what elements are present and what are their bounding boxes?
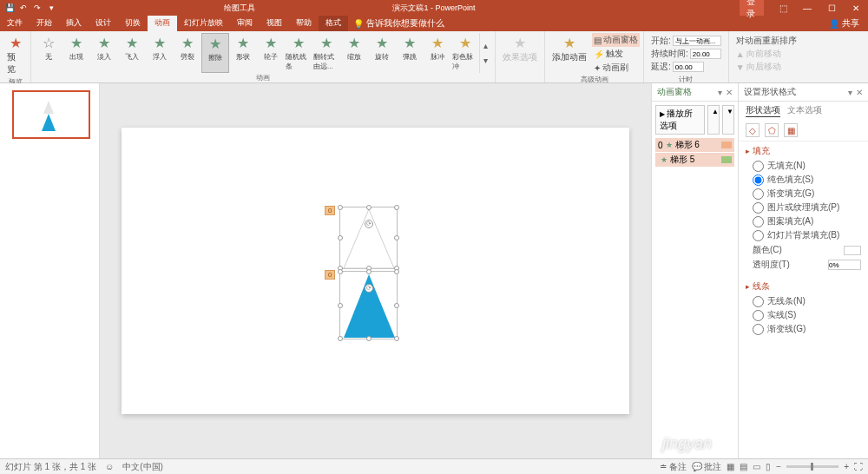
effect-options-button[interactable]: ★效果选项 [499,33,541,65]
anim-appear[interactable]: ★出现 [62,33,90,73]
shape-trapezoid-5[interactable]: 0 ⟳ [339,271,398,339]
rotate-handle[interactable]: ⟳ [365,220,373,228]
slide[interactable]: 0 ⟳ 0 ⟳ [122,128,629,414]
close-icon[interactable]: ✕ [844,0,868,16]
animation-painter-button[interactable]: ✦动画刷 [592,61,640,75]
anim-bounce[interactable]: ★弹跳 [396,33,424,73]
maximize-icon[interactable]: ☐ [819,0,844,16]
anim-split[interactable]: ★劈裂 [174,33,201,73]
tab-review[interactable]: 审阅 [230,16,260,31]
tab-text-options[interactable]: 文本选项 [787,104,822,117]
notes-button[interactable]: ≐ 备注 [660,461,687,473]
anim-shape[interactable]: ★形状 [229,33,257,73]
canvas-area[interactable]: 0 ⟳ 0 ⟳ [100,83,651,458]
line-gradient-radio[interactable] [753,324,764,335]
normal-view-icon[interactable]: ▦ [727,462,734,471]
tell-me[interactable]: 💡告诉我你想要做什么 [353,16,444,31]
anim-pulse[interactable]: ★脉冲 [424,33,451,73]
pane-dropdown-icon[interactable]: ▾ [718,88,722,97]
fill-none-radio[interactable] [753,161,764,172]
anim-swivel[interactable]: ★旋转 [368,33,396,73]
share-button[interactable]: 👤共享 [820,16,868,31]
tab-format[interactable]: 格式 [319,16,348,31]
shape-trapezoid-6[interactable]: 0 ⟳ [339,207,398,269]
minimize-icon[interactable]: — [795,0,819,16]
start-from-beginning-icon[interactable]: ▾ [45,2,57,14]
language-status[interactable]: 中文(中国) [122,461,163,473]
transparency-input[interactable] [828,260,861,270]
tab-slideshow[interactable]: 幻灯片放映 [177,16,230,31]
tab-insert[interactable]: 插入 [59,16,89,31]
fill-slidebg-radio[interactable] [753,230,764,241]
anim-fade[interactable]: ★淡入 [90,33,118,73]
star-icon: ★ [431,35,444,51]
anim-none[interactable]: ☆无 [35,33,62,73]
fill-header[interactable]: ▸ 填充 [746,145,861,157]
anim-colorpulse[interactable]: ★彩色脉冲 [451,33,479,73]
anim-zoom[interactable]: ★缩放 [340,33,368,73]
size-icon[interactable]: ▦ [784,123,798,137]
undo-icon[interactable]: ↶ [17,2,30,14]
anim-wipe[interactable]: ★擦除 [201,33,229,73]
pane-close-icon[interactable]: ✕ [856,88,863,97]
delay-input[interactable] [673,62,704,72]
sorter-view-icon[interactable]: ▤ [740,462,747,471]
slideshow-view-icon[interactable]: ▯ [766,462,771,471]
rotate-handle[interactable]: ⟳ [365,284,373,293]
anim-tag-1[interactable]: 0 [325,206,335,215]
slide-thumbnail-1[interactable] [12,90,90,139]
ribbon-options-icon[interactable]: ⬚ [771,0,795,16]
anim-tag-2[interactable]: 0 [325,270,335,280]
anim-list-item-2[interactable]: ★ 梯形 5 [655,153,734,167]
fill-line-icon[interactable]: ◇ [746,123,760,137]
anim-gallery-more[interactable]: ▴▾ [479,33,491,73]
move-up-button[interactable]: ▲ [707,105,720,135]
tab-design[interactable]: 设计 [89,16,118,31]
tab-transition[interactable]: 切换 [118,16,148,31]
tab-file[interactable]: 文件 [0,16,30,31]
zoom-in-icon[interactable]: + [844,462,849,471]
start-input[interactable] [673,36,721,46]
tab-shape-options[interactable]: 形状选项 [746,104,780,117]
fill-picture-radio[interactable] [753,202,764,214]
fill-pattern-radio[interactable] [753,216,764,227]
anim-flyin[interactable]: ★飞入 [118,33,146,73]
tab-animation[interactable]: 动画 [148,16,177,31]
anim-list-item-1[interactable]: 0 ★ 梯形 6 [655,138,734,152]
tab-help[interactable]: 帮助 [289,16,319,31]
accessibility-icon[interactable]: ☺ [105,462,114,471]
pane-close-icon[interactable]: ✕ [726,88,733,97]
add-animation-button[interactable]: ★添加动画 [549,33,590,65]
duration-input[interactable] [690,49,721,59]
effect-icon: ★ [514,35,526,51]
zoom-out-icon[interactable]: − [776,462,781,471]
save-icon[interactable]: 💾 [3,2,16,14]
slide-navigator[interactable] [0,83,100,458]
reading-view-icon[interactable]: ▭ [753,462,760,471]
pane-dropdown-icon[interactable]: ▾ [848,88,852,97]
fit-window-icon[interactable]: ⛶ [854,462,863,471]
line-header[interactable]: ▸ 线条 [746,280,861,293]
animation-pane-button[interactable]: ▤动画窗格 [592,33,640,47]
anim-float[interactable]: ★浮入 [146,33,174,73]
redo-icon[interactable]: ↷ [31,2,43,14]
fill-gradient-radio[interactable] [753,188,764,200]
color-swatch[interactable] [844,246,861,255]
preview-button[interactable]: ★预览 [3,33,27,77]
tab-home[interactable]: 开始 [30,16,59,31]
play-selected-button[interactable]: ▶ 播放所选项 [655,105,705,135]
anim-random[interactable]: ★随机线条 [285,33,312,73]
line-none-radio[interactable] [753,296,764,307]
effects-icon[interactable]: ⬠ [765,123,779,137]
login-button[interactable]: 登录 [740,0,764,16]
fill-solid-radio[interactable] [753,174,764,186]
move-down-button[interactable]: ▼ [722,105,734,135]
line-solid-radio[interactable] [753,310,764,321]
anim-pivot[interactable]: ★翻转式由远... [312,33,340,73]
zoom-slider[interactable] [786,465,838,468]
anim-wheel[interactable]: ★轮子 [257,33,285,73]
comments-button[interactable]: 💬 批注 [692,461,722,473]
trigger-button[interactable]: ⚡触发 [592,47,640,61]
svg-marker-0 [344,209,394,268]
tab-view[interactable]: 视图 [260,16,289,31]
